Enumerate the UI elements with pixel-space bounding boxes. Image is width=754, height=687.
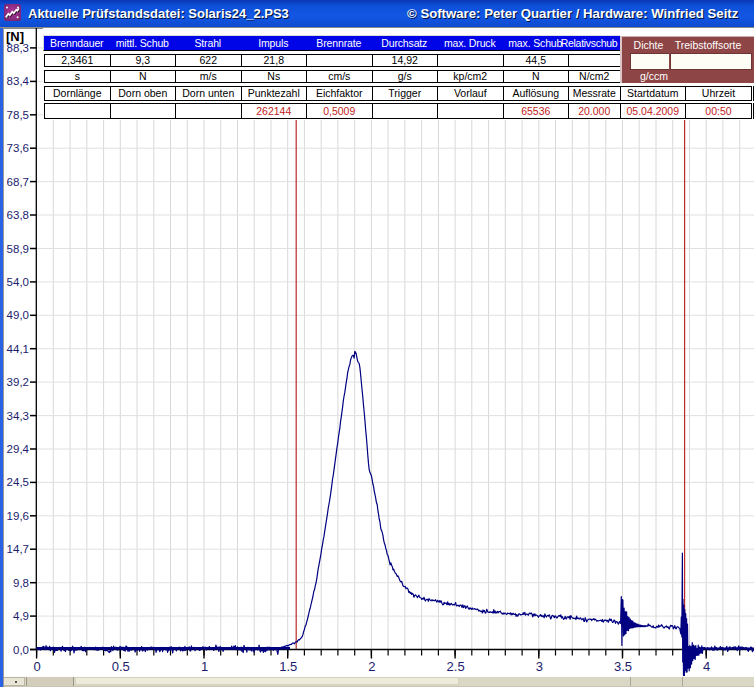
svg-text:2: 2 [368, 659, 375, 674]
svg-text:9,8: 9,8 [13, 577, 29, 589]
svg-text:44,1: 44,1 [7, 343, 29, 355]
svg-text:83,4: 83,4 [7, 75, 30, 87]
svg-text:19,6: 19,6 [7, 510, 29, 522]
svg-text:3.5: 3.5 [614, 659, 632, 674]
svg-text:1: 1 [201, 659, 208, 674]
svg-text:0: 0 [33, 659, 40, 674]
svg-text:78,5: 78,5 [7, 109, 29, 121]
svg-text:29,4: 29,4 [7, 443, 30, 455]
svg-text:54,0: 54,0 [7, 276, 29, 288]
svg-text:1.5: 1.5 [279, 659, 297, 674]
svg-text:63,8: 63,8 [7, 209, 29, 221]
svg-text:24,5: 24,5 [7, 476, 29, 488]
svg-text:2.5: 2.5 [447, 659, 465, 674]
svg-text:39,2: 39,2 [7, 376, 29, 388]
svg-text:34,3: 34,3 [7, 410, 29, 422]
svg-text:14,7: 14,7 [7, 543, 29, 555]
svg-text:49,0: 49,0 [7, 309, 29, 321]
svg-text:58,9: 58,9 [7, 243, 29, 255]
svg-text:0,0: 0,0 [13, 644, 29, 656]
svg-text:4: 4 [703, 659, 710, 674]
svg-text:68,7: 68,7 [7, 176, 29, 188]
svg-text:4,9: 4,9 [13, 610, 29, 622]
svg-text:73,6: 73,6 [7, 142, 29, 154]
svg-text:3: 3 [536, 659, 543, 674]
svg-text:0.5: 0.5 [112, 659, 130, 674]
